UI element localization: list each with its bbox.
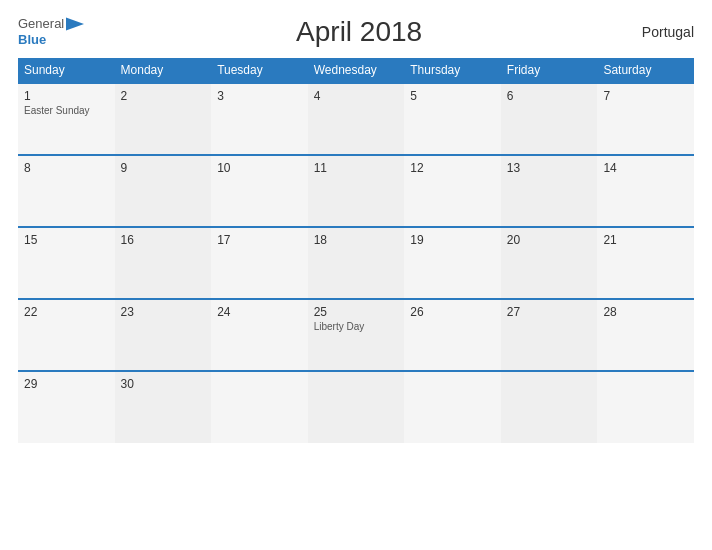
logo-general-text: General	[18, 16, 64, 32]
day-number: 6	[507, 89, 592, 103]
day-number: 5	[410, 89, 495, 103]
header-row: General Blue April 2018 Portugal	[18, 16, 694, 48]
day-number: 23	[121, 305, 206, 319]
day-number: 30	[121, 377, 206, 391]
day-cell-3-4: 18	[308, 227, 405, 299]
day-cell-2-3: 10	[211, 155, 308, 227]
calendar-container: General Blue April 2018 Portugal Sunday …	[0, 0, 712, 550]
day-cell-4-1: 22	[18, 299, 115, 371]
weekday-header-row: Sunday Monday Tuesday Wednesday Thursday…	[18, 58, 694, 83]
week-row-1: 1Easter Sunday234567	[18, 83, 694, 155]
day-number: 1	[24, 89, 109, 103]
day-cell-2-1: 8	[18, 155, 115, 227]
day-number: 18	[314, 233, 399, 247]
header-tuesday: Tuesday	[211, 58, 308, 83]
day-cell-1-7: 7	[597, 83, 694, 155]
day-number: 7	[603, 89, 688, 103]
day-number: 9	[121, 161, 206, 175]
day-cell-1-2: 2	[115, 83, 212, 155]
day-number: 26	[410, 305, 495, 319]
day-number: 27	[507, 305, 592, 319]
day-cell-5-1: 29	[18, 371, 115, 443]
day-cell-3-7: 21	[597, 227, 694, 299]
day-cell-3-3: 17	[211, 227, 308, 299]
day-cell-2-4: 11	[308, 155, 405, 227]
day-number: 22	[24, 305, 109, 319]
day-cell-4-2: 23	[115, 299, 212, 371]
day-number: 21	[603, 233, 688, 247]
day-cell-5-3	[211, 371, 308, 443]
day-number: 4	[314, 89, 399, 103]
day-number: 25	[314, 305, 399, 319]
day-number: 15	[24, 233, 109, 247]
day-number: 28	[603, 305, 688, 319]
day-cell-1-4: 4	[308, 83, 405, 155]
day-cell-3-5: 19	[404, 227, 501, 299]
header-thursday: Thursday	[404, 58, 501, 83]
day-cell-1-1: 1Easter Sunday	[18, 83, 115, 155]
day-number: 11	[314, 161, 399, 175]
week-row-4: 22232425Liberty Day262728	[18, 299, 694, 371]
day-cell-5-5	[404, 371, 501, 443]
day-cell-3-6: 20	[501, 227, 598, 299]
day-number: 3	[217, 89, 302, 103]
day-cell-4-6: 27	[501, 299, 598, 371]
day-cell-5-7	[597, 371, 694, 443]
calendar-table: Sunday Monday Tuesday Wednesday Thursday…	[18, 58, 694, 443]
day-cell-4-5: 26	[404, 299, 501, 371]
day-number: 20	[507, 233, 592, 247]
day-cell-4-4: 25Liberty Day	[308, 299, 405, 371]
day-cell-2-6: 13	[501, 155, 598, 227]
logo-flag-icon	[66, 17, 84, 31]
day-cell-5-6	[501, 371, 598, 443]
day-cell-1-5: 5	[404, 83, 501, 155]
day-cell-2-7: 14	[597, 155, 694, 227]
logo: General Blue	[18, 16, 84, 47]
day-number: 24	[217, 305, 302, 319]
header-sunday: Sunday	[18, 58, 115, 83]
day-number: 10	[217, 161, 302, 175]
day-cell-1-3: 3	[211, 83, 308, 155]
header-saturday: Saturday	[597, 58, 694, 83]
day-number: 2	[121, 89, 206, 103]
holiday-label: Easter Sunday	[24, 105, 109, 116]
week-row-3: 15161718192021	[18, 227, 694, 299]
day-cell-2-2: 9	[115, 155, 212, 227]
day-cell-3-2: 16	[115, 227, 212, 299]
day-cell-5-4	[308, 371, 405, 443]
svg-marker-0	[66, 18, 84, 31]
day-number: 29	[24, 377, 109, 391]
day-cell-5-2: 30	[115, 371, 212, 443]
holiday-label: Liberty Day	[314, 321, 399, 332]
day-number: 8	[24, 161, 109, 175]
day-cell-4-7: 28	[597, 299, 694, 371]
logo-blue-text: Blue	[18, 32, 84, 48]
day-number: 12	[410, 161, 495, 175]
day-number: 13	[507, 161, 592, 175]
day-cell-4-3: 24	[211, 299, 308, 371]
header-monday: Monday	[115, 58, 212, 83]
country-label: Portugal	[634, 24, 694, 40]
calendar-title: April 2018	[84, 16, 634, 48]
header-friday: Friday	[501, 58, 598, 83]
week-row-2: 891011121314	[18, 155, 694, 227]
day-number: 17	[217, 233, 302, 247]
day-cell-3-1: 15	[18, 227, 115, 299]
day-number: 14	[603, 161, 688, 175]
day-number: 19	[410, 233, 495, 247]
day-cell-1-6: 6	[501, 83, 598, 155]
day-cell-2-5: 12	[404, 155, 501, 227]
day-number: 16	[121, 233, 206, 247]
week-row-5: 2930	[18, 371, 694, 443]
header-wednesday: Wednesday	[308, 58, 405, 83]
